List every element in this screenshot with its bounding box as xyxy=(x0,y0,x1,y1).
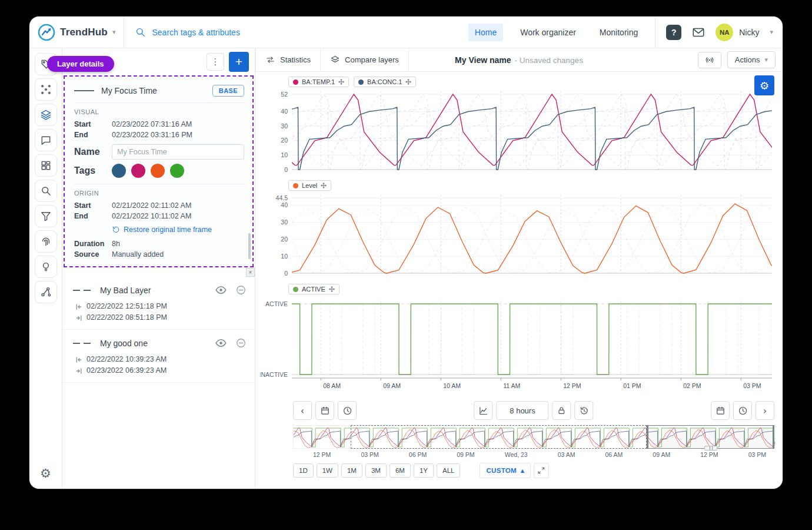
remove-layer-icon[interactable] xyxy=(235,284,247,296)
fullscreen-button[interactable] xyxy=(534,463,549,478)
origin-section-label: ORIGIN xyxy=(74,190,244,197)
tag-color-green[interactable] xyxy=(170,164,184,178)
preset-1w[interactable]: 1W xyxy=(317,463,338,478)
legend-chip-level[interactable]: Level xyxy=(288,180,331,191)
nav-work-organizer[interactable]: Work organizer xyxy=(514,24,583,41)
rail-filter-button[interactable] xyxy=(35,205,57,227)
chart2-legend: Level xyxy=(288,179,783,192)
rail-scatter-button[interactable] xyxy=(35,78,57,101)
chart3-legend: ACTIVE xyxy=(288,283,783,296)
visual-start-label: Start xyxy=(74,120,112,130)
end-calendar-button[interactable] xyxy=(711,401,730,420)
lock-icon xyxy=(557,406,567,415)
tag-color-blue[interactable] xyxy=(112,164,126,178)
rail-fingerprint-button[interactable] xyxy=(35,230,57,253)
detail-close-button[interactable]: × xyxy=(246,268,255,277)
restore-time-frame-link[interactable]: Restore original time frame xyxy=(112,226,244,234)
remove-layer-icon[interactable] xyxy=(235,337,247,349)
brand-caret-icon[interactable]: ▾ xyxy=(112,28,116,36)
move-icon[interactable] xyxy=(338,79,344,85)
preset-6m[interactable]: 6M xyxy=(390,463,411,478)
layer-details-tooltip: Layer details xyxy=(47,56,114,72)
preset-custom[interactable]: CUSTOM▴ xyxy=(480,463,531,478)
preset-1d[interactable]: 1D xyxy=(293,463,314,478)
layer-item-good[interactable]: My good one 02/22/2022 10:39:23 AM 02/23… xyxy=(62,330,255,383)
preset-all[interactable]: ALL xyxy=(437,463,460,478)
rail-recommendations-button[interactable] xyxy=(35,256,57,278)
move-icon[interactable] xyxy=(321,183,327,188)
layer-item-bad[interactable]: My Bad Layer 02/22/2022 12:51:18 PM 02/2… xyxy=(62,277,255,330)
compare-layers-button[interactable]: Compare layers xyxy=(321,48,409,71)
minimap-selection[interactable] xyxy=(647,425,774,449)
svg-text:20: 20 xyxy=(281,137,288,144)
preset-3m[interactable]: 3M xyxy=(365,463,387,478)
left-icon-rail: ⚙ xyxy=(29,48,62,489)
rail-search-button[interactable] xyxy=(35,180,57,202)
search-input[interactable] xyxy=(152,28,293,37)
layers-more-button[interactable]: ⋮ xyxy=(207,53,224,71)
duration-button[interactable]: 8 hours xyxy=(496,401,548,420)
svg-text:40: 40 xyxy=(281,108,288,115)
nav-home[interactable]: Home xyxy=(468,24,503,41)
source-label: Source xyxy=(74,250,112,260)
detail-scrollbar[interactable] xyxy=(248,233,251,259)
history-button[interactable] xyxy=(575,401,594,420)
layer-end: 02/22/2022 08:51:18 PM xyxy=(86,312,167,323)
svg-text:30: 30 xyxy=(281,218,288,226)
svg-text:52: 52 xyxy=(281,91,288,98)
calendar-icon xyxy=(320,406,330,416)
live-mode-button[interactable] xyxy=(698,52,721,68)
desktop-background: TrendHub ▾ Home Work organizer Monitorin… xyxy=(0,0,812,530)
start-time-button[interactable] xyxy=(338,401,357,420)
minimap-selection-grip[interactable] xyxy=(704,446,717,450)
preset-1m[interactable]: 1M xyxy=(341,463,362,478)
user-menu-caret-icon[interactable]: ▾ xyxy=(770,28,773,36)
pan-left-button[interactable]: ‹ xyxy=(293,401,312,420)
tag-color-orange[interactable] xyxy=(151,164,165,178)
trend-scale-button[interactable] xyxy=(474,401,492,420)
legend-chip-active[interactable]: ACTIVE xyxy=(288,284,340,294)
move-icon[interactable] xyxy=(329,286,335,292)
rail-dashboard-button[interactable] xyxy=(35,154,57,177)
help-button[interactable]: ? xyxy=(666,25,681,40)
mail-icon[interactable] xyxy=(692,26,705,39)
actions-button[interactable]: Actions▾ xyxy=(727,51,776,68)
legend-chip-ba-temp[interactable]: BA:TEMP.1 xyxy=(288,77,349,87)
eye-icon[interactable] xyxy=(215,337,227,349)
settings-gear-icon[interactable]: ⚙ xyxy=(40,466,51,481)
legend-chip-ba-conc[interactable]: BA:CONC.1 xyxy=(354,77,416,87)
lightbulb-icon xyxy=(40,261,52,273)
nav-monitoring[interactable]: Monitoring xyxy=(593,24,644,41)
chart-ba-temp-conc[interactable]: 52403020100 xyxy=(260,88,780,175)
move-icon[interactable] xyxy=(405,79,411,85)
chart-active-state[interactable]: ACTIVEINACTIVE08 AM09 AM10 AM11 AM12 PM0… xyxy=(260,296,780,396)
minimap-compare-region[interactable] xyxy=(351,425,647,449)
svg-text:ACTIVE: ACTIVE xyxy=(265,300,288,307)
chart-settings-button[interactable]: ⚙ xyxy=(754,75,774,95)
preset-1y[interactable]: 1Y xyxy=(414,463,434,478)
base-badge[interactable]: BASE xyxy=(212,85,244,97)
context-minimap[interactable] xyxy=(293,425,774,449)
tag-color-magenta[interactable] xyxy=(131,164,145,178)
chart-level[interactable]: 44.5403020100 xyxy=(260,192,780,279)
end-time-button[interactable] xyxy=(733,401,752,420)
layer-name-input[interactable] xyxy=(112,144,244,160)
trend-chart-icon xyxy=(478,406,488,416)
svg-text:0: 0 xyxy=(284,270,288,277)
pan-right-button[interactable]: › xyxy=(756,401,774,420)
swap-arrows-icon xyxy=(265,55,275,65)
avatar[interactable]: NA xyxy=(716,24,733,41)
statistics-button[interactable]: Statistics xyxy=(255,48,321,71)
rail-comments-button[interactable] xyxy=(35,129,57,151)
rail-layers-button[interactable] xyxy=(35,104,57,126)
layer-title: My Focus Time xyxy=(101,86,205,95)
start-calendar-button[interactable] xyxy=(315,401,334,420)
add-layer-button[interactable]: + xyxy=(229,52,249,72)
skip-start-icon xyxy=(75,303,82,310)
lock-duration-button[interactable] xyxy=(553,401,571,420)
brand-name: TrendHub xyxy=(60,26,108,38)
layers-panel: Layer details ⋮ + My Focus Time BASE VIS… xyxy=(62,48,255,489)
rail-impact-button[interactable] xyxy=(35,281,57,303)
eye-icon[interactable] xyxy=(215,284,227,296)
brand[interactable]: TrendHub ▾ xyxy=(38,24,124,41)
